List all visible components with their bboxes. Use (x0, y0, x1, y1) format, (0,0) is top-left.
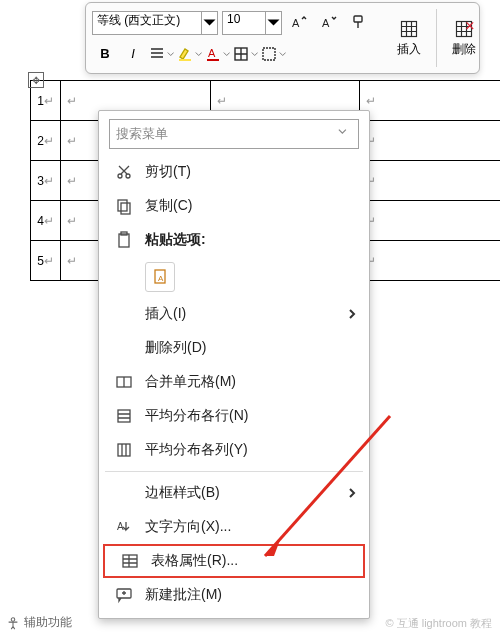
increase-font-icon[interactable]: A (286, 11, 312, 35)
menu-text-direction[interactable]: A 文字方向(X)... (99, 510, 369, 544)
font-color-button[interactable]: A (204, 42, 230, 66)
insert-label: 插入 (397, 41, 421, 58)
svg-rect-14 (119, 234, 129, 247)
font-family-dropdown[interactable] (202, 11, 218, 35)
svg-rect-8 (402, 21, 417, 36)
svg-point-26 (11, 617, 15, 621)
table-move-handle-icon[interactable]: ✥ (28, 72, 44, 88)
row-number: 4↵ (31, 201, 61, 241)
table-cell[interactable]: ↵ (360, 81, 500, 121)
menu-paste-options: 粘贴选项: (99, 223, 369, 257)
svg-text:A: A (292, 17, 300, 29)
status-bar-accessibility[interactable]: 辅助功能 (6, 614, 72, 631)
menu-search-placeholder: 搜索菜单 (116, 125, 168, 143)
svg-rect-9 (457, 21, 472, 36)
highlight-button[interactable] (176, 42, 202, 66)
context-menu: 搜索菜单 剪切(T) 复制(C) 粘贴选项: A 插入(I) 删除列(D) 合并… (98, 110, 370, 619)
distribute-cols-icon (113, 441, 135, 459)
menu-border-style[interactable]: 边框样式(B) (99, 476, 369, 510)
table-properties-icon (119, 552, 141, 570)
align-button[interactable] (148, 42, 174, 66)
chevron-right-icon (347, 306, 357, 322)
comment-icon (113, 586, 135, 604)
menu-distribute-rows[interactable]: 平均分布各行(N) (99, 399, 369, 433)
borders-button[interactable] (232, 42, 258, 66)
font-family-select[interactable]: 等线 (西文正文) (92, 11, 202, 35)
menu-distribute-columns[interactable]: 平均分布各列(Y) (99, 433, 369, 467)
menu-merge-cells[interactable]: 合并单元格(M) (99, 365, 369, 399)
copy-icon (113, 197, 135, 215)
svg-text:A: A (322, 17, 330, 29)
menu-cut[interactable]: 剪切(T) (99, 155, 369, 189)
insert-button[interactable]: 插入 (386, 3, 432, 73)
font-size-select[interactable]: 10 (222, 11, 266, 35)
svg-rect-20 (118, 444, 130, 456)
format-painter-icon[interactable] (346, 11, 372, 35)
font-size-dropdown[interactable] (266, 11, 282, 35)
row-number: 3↵ (31, 161, 61, 201)
mini-toolbar: 等线 (西文正文) 10 A A B I A 插入 (85, 2, 480, 74)
shading-button[interactable] (260, 42, 286, 66)
svg-text:A: A (208, 47, 216, 59)
menu-insert[interactable]: 插入(I) (99, 297, 369, 331)
menu-copy[interactable]: 复制(C) (99, 189, 369, 223)
svg-rect-13 (121, 203, 130, 214)
svg-rect-12 (118, 200, 127, 211)
delete-label: 删除 (452, 41, 476, 58)
menu-search-input[interactable]: 搜索菜单 (109, 119, 359, 149)
menu-separator (105, 471, 363, 472)
menu-new-comment[interactable]: 新建批注(M) (99, 578, 369, 612)
decrease-font-icon[interactable]: A (316, 11, 342, 35)
merge-cells-icon (113, 373, 135, 391)
menu-table-properties[interactable]: 表格属性(R)... (103, 544, 365, 578)
svg-rect-7 (263, 48, 275, 60)
table-cell[interactable]: ↵ (360, 201, 500, 241)
row-number: 2↵ (31, 121, 61, 161)
table-cell[interactable]: ↵ (360, 241, 500, 281)
menu-delete-column[interactable]: 删除列(D) (99, 331, 369, 365)
svg-rect-3 (179, 59, 191, 61)
bold-button[interactable]: B (92, 42, 118, 66)
svg-rect-2 (354, 16, 362, 22)
chevron-right-icon (347, 485, 357, 501)
scissors-icon (113, 163, 135, 181)
svg-rect-19 (118, 410, 130, 422)
svg-text:A: A (117, 521, 124, 532)
svg-text:A: A (158, 274, 164, 283)
watermark: © 互通 lightroom 教程 (385, 616, 492, 631)
row-number: 5↵ (31, 241, 61, 281)
table-cell[interactable]: ↵ (360, 121, 500, 161)
svg-rect-22 (123, 555, 137, 567)
svg-point-10 (118, 174, 122, 178)
clipboard-icon (113, 231, 135, 249)
delete-button[interactable]: 删除 (441, 3, 487, 73)
table-cell[interactable]: ↵ (360, 161, 500, 201)
svg-rect-5 (207, 59, 219, 61)
text-direction-icon: A (113, 518, 135, 536)
svg-point-11 (126, 174, 130, 178)
italic-button[interactable]: I (120, 42, 146, 66)
distribute-rows-icon (113, 407, 135, 425)
paste-text-only-icon[interactable]: A (145, 262, 175, 292)
paste-option-keep-text[interactable]: A (99, 257, 369, 297)
